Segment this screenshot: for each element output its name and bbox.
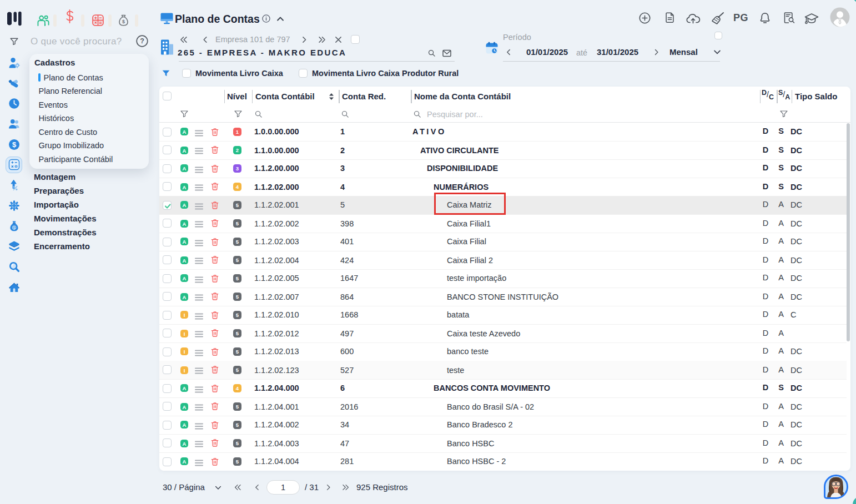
svg-text:?: ?	[140, 37, 144, 45]
svg-text:$: $	[13, 226, 16, 230]
svg-text:$: $	[122, 19, 125, 24]
svg-text:$: $	[12, 140, 17, 149]
